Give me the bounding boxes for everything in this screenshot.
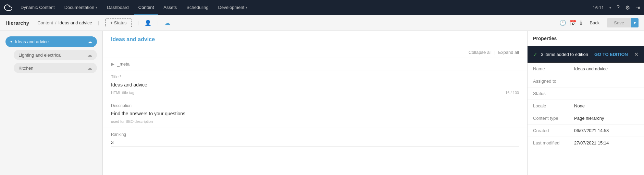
breadcrumb: Content / Ideas and advice | + Status | … — [37, 19, 557, 27]
nav-item-dashboard[interactable]: Dashboard — [103, 0, 133, 15]
save-dropdown-button[interactable]: ▾ — [631, 18, 639, 27]
prop-created: Created 06/07/2021 14:58 — [528, 125, 644, 137]
sidebar-item-ideas-advice[interactable]: ▾ Ideas and advice ☁ — [5, 36, 97, 47]
header-separator-3: | — [155, 20, 161, 25]
settings-icon[interactable]: ⚙ — [625, 4, 630, 11]
help-icon[interactable]: ? — [617, 4, 620, 11]
prop-content-type-label: Content type — [533, 116, 574, 121]
field-title-label: Title * — [111, 74, 519, 79]
properties-panel: Properties ✓ 3 items added to edition GO… — [528, 31, 644, 175]
check-icon: ✓ — [533, 51, 537, 58]
header-separator-2: | — [135, 20, 141, 25]
field-title-hint: HTML title tag 16 / 100 — [111, 91, 519, 95]
prop-created-label: Created — [533, 128, 574, 133]
cloud-icon: ☁ — [87, 65, 92, 71]
save-button[interactable]: Save — [607, 18, 631, 27]
status-button[interactable]: + Status — [105, 19, 132, 27]
back-button[interactable]: Back — [585, 19, 604, 27]
breadcrumb-parent[interactable]: Content — [37, 20, 53, 25]
meta-chevron-icon: ▶ — [111, 61, 114, 67]
prop-last-modified: Last modified 27/07/2021 15:14 — [528, 137, 644, 149]
sidebar-item-kitchen[interactable]: Kitchen ☁ — [14, 63, 97, 73]
prop-status-label: Status — [533, 91, 574, 96]
properties-header: Properties — [528, 31, 644, 46]
cloud-icon: ☁ — [87, 52, 92, 58]
time-chevron-icon: ▾ — [609, 6, 611, 10]
nav-item-development[interactable]: Development ▾ — [214, 0, 252, 15]
toast-close-icon[interactable]: ✕ — [634, 51, 639, 58]
top-nav: Dynamic Content Documentation ▾ Dashboar… — [0, 0, 644, 15]
action-separator: | — [494, 50, 495, 55]
field-ranking-value[interactable]: 3 — [111, 138, 519, 147]
field-description-label: Description — [111, 103, 519, 108]
toast-message: 3 items added to edition — [541, 52, 591, 57]
breadcrumb-separator: / — [55, 20, 57, 25]
meta-row[interactable]: ▶ _meta — [103, 58, 527, 70]
content-header: Ideas and advice — [103, 31, 527, 47]
cloud-status-icon[interactable]: ☁ — [164, 19, 171, 27]
prop-assigned-label: Assigned to — [533, 79, 574, 84]
meta-label: _meta — [117, 61, 129, 67]
nav-app-title: Dynamic Content — [16, 0, 59, 15]
prop-status: Status — [528, 88, 644, 100]
field-description-value[interactable]: Find the answers to your questions — [111, 109, 519, 118]
field-ranking: Ranking 3 — [103, 128, 527, 151]
nav-item-scheduling[interactable]: Scheduling — [182, 0, 212, 15]
prop-locale: Locale None — [528, 100, 644, 112]
save-button-group: Save ▾ — [607, 18, 639, 27]
calendar-icon[interactable]: 📅 — [570, 20, 577, 26]
sidebar-child-label: Lighting and electrical — [18, 52, 62, 58]
user-icon[interactable]: 👤 — [145, 20, 151, 26]
breadcrumb-current: Ideas and advice — [58, 20, 92, 25]
prop-name: Name Ideas and advice — [528, 63, 644, 75]
go-to-edition-button[interactable]: GO TO EDITION — [594, 52, 628, 57]
sidebar-item-lighting-electrical[interactable]: Lighting and electrical ☁ — [14, 50, 97, 60]
nav-item-assets[interactable]: Assets — [159, 0, 181, 15]
prop-assigned-to: Assigned to — [528, 75, 644, 88]
sub-header-right: 🕐 📅 ℹ Back Save ▾ — [559, 18, 639, 27]
prop-locale-value: None — [574, 103, 585, 108]
prop-content-type-value: Page hierarchy — [574, 116, 604, 121]
sidebar-child-label: Kitchen — [18, 66, 33, 71]
collapse-all-button[interactable]: Collapse all — [469, 50, 492, 55]
expand-all-button[interactable]: Expand all — [498, 50, 519, 55]
nav-item-content[interactable]: Content — [134, 0, 158, 15]
field-description: Description Find the answers to your que… — [103, 99, 527, 128]
prop-content-type: Content type Page hierarchy — [528, 112, 644, 125]
chevron-down-icon: ▾ — [96, 5, 97, 9]
content-title: Ideas and advice — [111, 36, 519, 43]
expand-chevron-icon: ▾ — [10, 39, 12, 44]
tree-children: Lighting and electrical ☁ Kitchen ☁ — [14, 50, 97, 73]
nav-item-documentation[interactable]: Documentation ▾ — [60, 0, 101, 15]
sidebar-item-label: Ideas and advice — [15, 39, 49, 44]
toast-notification: ✓ 3 items added to edition GO TO EDITION… — [528, 46, 644, 63]
field-ranking-label: Ranking — [111, 132, 519, 137]
prop-last-modified-value: 27/07/2021 15:14 — [574, 140, 609, 145]
prop-last-modified-label: Last modified — [533, 140, 574, 145]
content-area: Ideas and advice Collapse all | Expand a… — [103, 31, 528, 175]
chevron-down-icon: ▾ — [246, 5, 247, 9]
cloud-icon: ☁ — [88, 39, 92, 44]
info-icon[interactable]: ℹ — [580, 20, 582, 26]
logout-icon[interactable]: ⇥ — [635, 4, 640, 11]
hierarchy-title: Hierarchy — [5, 20, 29, 26]
nav-clock: 16:11 — [593, 5, 604, 10]
field-description-hint: used for SEO description — [111, 119, 519, 124]
content-actions: Collapse all | Expand all — [103, 47, 527, 58]
sidebar: ▾ Ideas and advice ☁ Lighting and electr… — [0, 31, 103, 175]
main-layout: ▾ Ideas and advice ☁ Lighting and electr… — [0, 31, 644, 175]
field-title-value[interactable]: Ideas and advice — [111, 81, 519, 89]
header-separator-1: | — [96, 20, 102, 25]
field-title: Title * Ideas and advice HTML title tag … — [103, 70, 527, 99]
prop-name-value: Ideas and advice — [574, 66, 608, 71]
history-icon[interactable]: 🕐 — [559, 20, 566, 26]
prop-created-value: 06/07/2021 14:58 — [574, 128, 609, 133]
app-logo[interactable] — [4, 3, 12, 12]
sub-header: Hierarchy Content / Ideas and advice | +… — [0, 15, 644, 31]
prop-locale-label: Locale — [533, 103, 574, 108]
prop-name-label: Name — [533, 66, 574, 71]
